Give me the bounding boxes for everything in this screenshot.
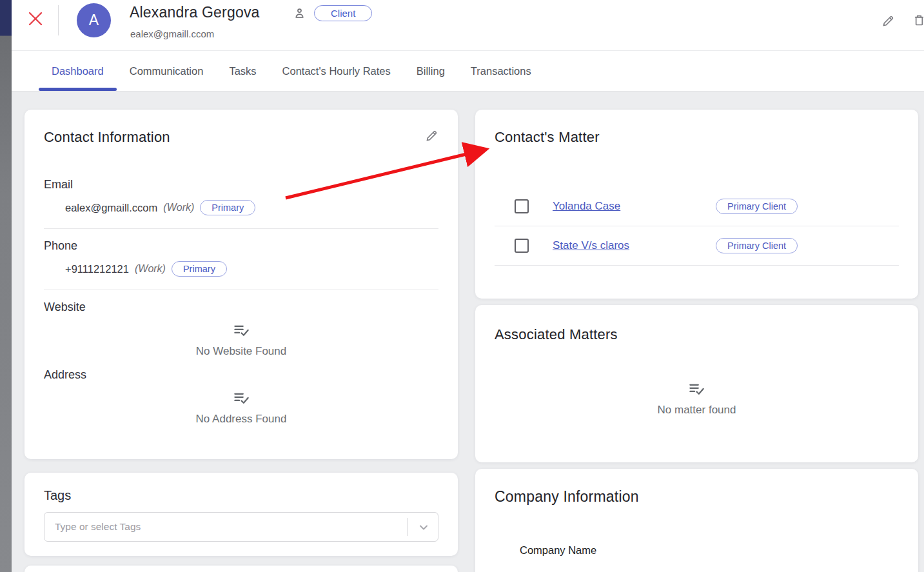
divider	[44, 290, 438, 290]
matter-row: State V/s claros Primary Client	[495, 226, 899, 266]
tags-title: Tags	[44, 488, 438, 503]
phone-label: Phone	[44, 239, 438, 253]
close-button[interactable]	[26, 9, 45, 28]
contact-name: Alexandra Gergova	[130, 4, 260, 21]
sidebar-edge	[0, 0, 12, 572]
edit-contact-button[interactable]	[881, 14, 896, 28]
email-label: Email	[44, 178, 438, 192]
primary-client-badge[interactable]: Primary Client	[716, 238, 798, 253]
divider	[44, 228, 438, 229]
company-name-label: Company Name	[520, 544, 899, 557]
contact-header-email: ealex@gmaill.ccom	[130, 28, 214, 39]
contact-type-badge[interactable]: Client	[314, 5, 372, 21]
matter-link[interactable]: State V/s claros	[553, 239, 716, 252]
tab-contacts-hourly-rates[interactable]: Contact's Hourly Rates	[270, 51, 404, 91]
tags-input[interactable]	[44, 512, 438, 542]
chevron-down-icon[interactable]	[417, 521, 430, 534]
matter-checkbox[interactable]	[515, 239, 529, 253]
contacts-matter-title: Contact's Matter	[495, 129, 899, 146]
list-check-icon	[233, 390, 250, 407]
edit-contact-info-button[interactable]	[425, 129, 438, 143]
tab-transactions[interactable]: Transactions	[458, 51, 544, 91]
email-type: (Work)	[163, 202, 194, 213]
address-label: Address	[44, 368, 438, 382]
website-label: Website	[44, 301, 438, 314]
list-check-icon	[233, 322, 250, 339]
delete-contact-button[interactable]	[912, 13, 924, 27]
list-check-icon	[688, 380, 705, 398]
tab-dashboard[interactable]: Dashboard	[39, 51, 117, 91]
contacts-matter-card: Contact's Matter Yolanda Case Primary Cl…	[475, 110, 918, 299]
matter-row: Yolanda Case Primary Client	[495, 187, 899, 226]
company-information-title: Company Information	[495, 488, 899, 506]
trash-icon	[912, 14, 924, 27]
phone-type: (Work)	[135, 263, 166, 275]
no-matter-text: No matter found	[658, 404, 736, 417]
tags-card: Tags	[25, 473, 458, 556]
pencil-icon	[881, 14, 895, 28]
avatar: A	[77, 3, 111, 37]
tab-billing[interactable]: Billing	[404, 51, 458, 91]
tab-tasks[interactable]: Tasks	[216, 51, 269, 91]
matter-checkbox[interactable]	[515, 199, 529, 213]
no-address-text: No Address Found	[196, 413, 287, 426]
contact-header: A Alexandra Gergova Client ealex@gmaill.…	[12, 0, 924, 51]
contact-information-title: Contact Information	[44, 129, 170, 146]
associated-matters-card: Associated Matters No matter found	[475, 305, 918, 462]
company-information-card: Company Information Company Name	[475, 469, 918, 572]
person-icon	[293, 7, 306, 19]
primary-client-badge[interactable]: Primary Client	[716, 199, 798, 214]
next-card-edge	[25, 566, 458, 572]
contact-information-card: Contact Information Email ealex@gmaill.c…	[25, 110, 458, 459]
email-primary-badge[interactable]: Primary	[200, 200, 255, 215]
no-website-text: No Website Found	[196, 345, 286, 358]
matter-link[interactable]: Yolanda Case	[553, 200, 716, 213]
associated-matters-title: Associated Matters	[495, 326, 899, 343]
tab-communication[interactable]: Communication	[117, 51, 217, 91]
phone-value: +9111212121	[65, 263, 129, 275]
email-value: ealex@gmaill.ccom	[65, 202, 157, 214]
avatar-initial: A	[89, 12, 99, 29]
tags-input-divider	[407, 518, 408, 536]
pencil-icon	[425, 129, 438, 143]
header-divider	[58, 5, 59, 35]
phone-primary-badge[interactable]: Primary	[172, 261, 227, 277]
close-icon	[26, 9, 45, 28]
tab-bar: Dashboard Communication Tasks Contact's …	[12, 51, 924, 92]
